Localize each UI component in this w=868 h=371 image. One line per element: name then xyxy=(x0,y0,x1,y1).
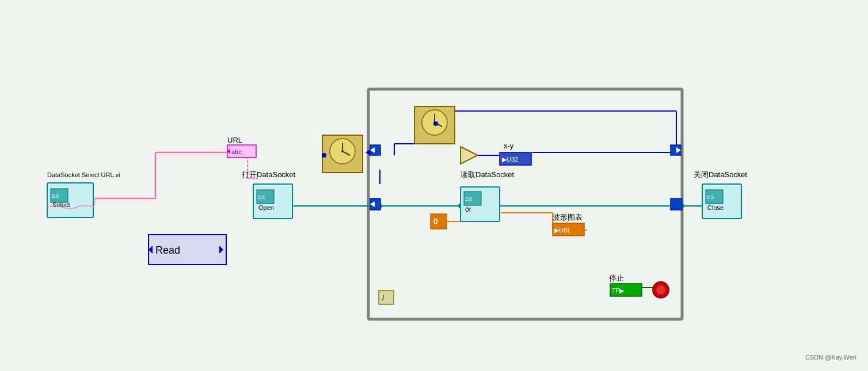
svg-text:ór: ór xyxy=(465,205,471,213)
svg-point-87 xyxy=(656,285,665,294)
canvas: x-y ▶U32 DS Select DataSocket Select URL… xyxy=(0,0,868,371)
svg-text:读取DataSocket: 读取DataSocket xyxy=(460,170,515,179)
svg-rect-54 xyxy=(671,198,682,210)
svg-text:Close: Close xyxy=(707,204,724,211)
svg-text:DS: DS xyxy=(465,196,473,202)
svg-text:0: 0 xyxy=(433,217,438,226)
svg-text:DS: DS xyxy=(707,194,714,200)
svg-text:DS: DS xyxy=(258,194,265,200)
svg-rect-88 xyxy=(379,290,394,304)
svg-text:停止: 停止 xyxy=(609,274,624,282)
watermark-text: CSDN @Kay.Wen xyxy=(805,354,856,361)
svg-text:▶U32: ▶U32 xyxy=(502,156,518,163)
svg-text:URL: URL xyxy=(227,136,242,144)
svg-point-43 xyxy=(433,121,438,126)
svg-text:Open: Open xyxy=(258,204,274,211)
svg-text:DS: DS xyxy=(52,193,59,199)
svg-text:▶DBL: ▶DBL xyxy=(554,227,571,234)
svg-text:DataSocket Select URL.vi: DataSocket Select URL.vi xyxy=(47,171,120,178)
svg-text:波形图表: 波形图表 xyxy=(553,213,583,221)
svg-point-35 xyxy=(341,150,344,152)
svg-text:x-y: x-y xyxy=(504,141,514,150)
block-diagram: x-y ▶U32 DS Select DataSocket Select URL… xyxy=(0,0,868,371)
svg-text:打开DataSocket: 打开DataSocket xyxy=(241,170,296,179)
svg-point-37 xyxy=(322,153,326,158)
svg-text:Read: Read xyxy=(155,244,180,256)
svg-text:关闭DataSocket: 关闭DataSocket xyxy=(694,170,748,179)
svg-text:TF▶: TF▶ xyxy=(612,287,625,294)
svg-text:abc: abc xyxy=(231,148,242,155)
